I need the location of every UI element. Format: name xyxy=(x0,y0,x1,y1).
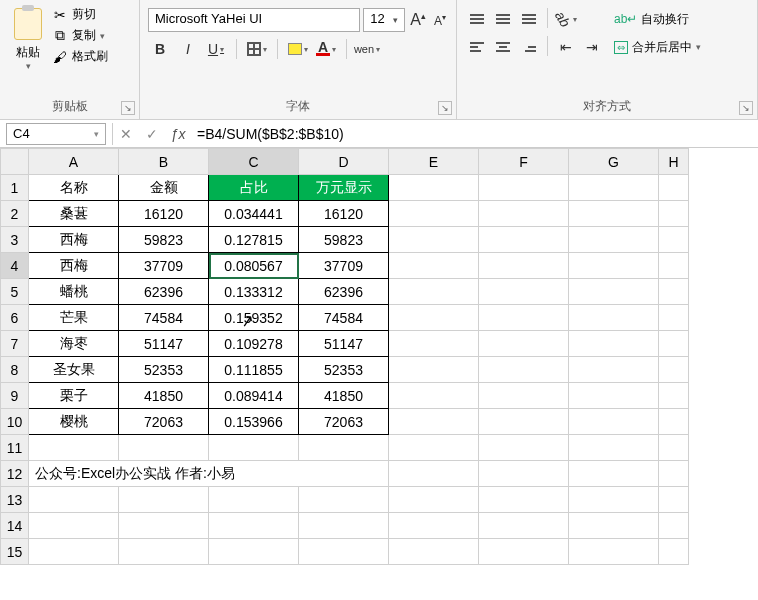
cell-C9[interactable]: 0.089414 xyxy=(209,383,299,409)
clipboard-launcher[interactable]: ↘ xyxy=(121,101,135,115)
cell-C14[interactable] xyxy=(209,513,299,539)
align-middle-button[interactable] xyxy=(491,8,515,30)
cell-G7[interactable] xyxy=(569,331,659,357)
cell-F6[interactable] xyxy=(479,305,569,331)
border-button[interactable] xyxy=(245,38,269,60)
font-color-button[interactable]: A xyxy=(314,38,338,60)
cell-A1[interactable]: 名称 xyxy=(29,175,119,201)
cell-B9[interactable]: 41850 xyxy=(119,383,209,409)
confirm-formula-button[interactable]: ✓ xyxy=(139,126,165,142)
cell-B11[interactable] xyxy=(119,435,209,461)
cell-E14[interactable] xyxy=(389,513,479,539)
cell-F13[interactable] xyxy=(479,487,569,513)
cell-C5[interactable]: 0.133312 xyxy=(209,279,299,305)
cell-A14[interactable] xyxy=(29,513,119,539)
row-header-15[interactable]: 15 xyxy=(1,539,29,565)
cell-E3[interactable] xyxy=(389,227,479,253)
cell-E8[interactable] xyxy=(389,357,479,383)
cell-C3[interactable]: 0.127815 xyxy=(209,227,299,253)
column-header-D[interactable]: D xyxy=(299,149,389,175)
cell-B1[interactable]: 金额 xyxy=(119,175,209,201)
orientation-button[interactable]: ab xyxy=(554,8,578,30)
underline-button[interactable]: U xyxy=(204,38,228,60)
cell-F12[interactable] xyxy=(479,461,569,487)
cell-D6[interactable]: 74584 xyxy=(299,305,389,331)
row-header-4[interactable]: 4 xyxy=(1,253,29,279)
cell-D14[interactable] xyxy=(299,513,389,539)
cell-E11[interactable] xyxy=(389,435,479,461)
cell-B8[interactable]: 52353 xyxy=(119,357,209,383)
cell-E5[interactable] xyxy=(389,279,479,305)
row-header-3[interactable]: 3 xyxy=(1,227,29,253)
cell-H8[interactable] xyxy=(659,357,689,383)
cell-D1[interactable]: 万元显示 xyxy=(299,175,389,201)
cell-H10[interactable] xyxy=(659,409,689,435)
cell-C11[interactable] xyxy=(209,435,299,461)
column-header-H[interactable]: H xyxy=(659,149,689,175)
cell-D4[interactable]: 37709 xyxy=(299,253,389,279)
cell-F5[interactable] xyxy=(479,279,569,305)
align-bottom-button[interactable] xyxy=(517,8,541,30)
cell-G5[interactable] xyxy=(569,279,659,305)
format-painter-button[interactable]: 🖌 格式刷 xyxy=(52,48,108,65)
row-header-12[interactable]: 12 xyxy=(1,461,29,487)
align-right-button[interactable] xyxy=(517,36,541,58)
cell-A11[interactable] xyxy=(29,435,119,461)
cell-A13[interactable] xyxy=(29,487,119,513)
cell-D2[interactable]: 16120 xyxy=(299,201,389,227)
cell-G12[interactable] xyxy=(569,461,659,487)
cell-H13[interactable] xyxy=(659,487,689,513)
cell-G10[interactable] xyxy=(569,409,659,435)
cell-G13[interactable] xyxy=(569,487,659,513)
cell-C4[interactable]: 0.080567 xyxy=(209,253,299,279)
cell-B2[interactable]: 16120 xyxy=(119,201,209,227)
cell-E4[interactable] xyxy=(389,253,479,279)
select-all-corner[interactable] xyxy=(1,149,29,175)
cancel-formula-button[interactable]: ✕ xyxy=(113,126,139,142)
cell-F10[interactable] xyxy=(479,409,569,435)
cell-A7[interactable]: 海枣 xyxy=(29,331,119,357)
cell-G2[interactable] xyxy=(569,201,659,227)
row-header-7[interactable]: 7 xyxy=(1,331,29,357)
row-header-13[interactable]: 13 xyxy=(1,487,29,513)
cell-A4[interactable]: 西梅 xyxy=(29,253,119,279)
decrease-font-button[interactable]: A▾ xyxy=(432,13,448,28)
align-left-button[interactable] xyxy=(465,36,489,58)
cell-B7[interactable]: 51147 xyxy=(119,331,209,357)
cell-C13[interactable] xyxy=(209,487,299,513)
cell-C6[interactable]: 0.159352 xyxy=(209,305,299,331)
cell-G15[interactable] xyxy=(569,539,659,565)
row-header-11[interactable]: 11 xyxy=(1,435,29,461)
cell-H15[interactable] xyxy=(659,539,689,565)
cell-H3[interactable] xyxy=(659,227,689,253)
alignment-launcher[interactable]: ↘ xyxy=(739,101,753,115)
increase-indent-button[interactable]: ⇥ xyxy=(580,36,604,58)
cell-F14[interactable] xyxy=(479,513,569,539)
cell-A15[interactable] xyxy=(29,539,119,565)
cell-F7[interactable] xyxy=(479,331,569,357)
cell-E12[interactable] xyxy=(389,461,479,487)
cell-D7[interactable]: 51147 xyxy=(299,331,389,357)
cell-F1[interactable] xyxy=(479,175,569,201)
cell-A5[interactable]: 蟠桃 xyxy=(29,279,119,305)
cell-G6[interactable] xyxy=(569,305,659,331)
align-center-button[interactable] xyxy=(491,36,515,58)
row-header-2[interactable]: 2 xyxy=(1,201,29,227)
cell-D13[interactable] xyxy=(299,487,389,513)
column-header-B[interactable]: B xyxy=(119,149,209,175)
cell-A8[interactable]: 圣女果 xyxy=(29,357,119,383)
wrap-text-button[interactable]: ab↵ 自动换行 xyxy=(610,8,705,30)
cell-A9[interactable]: 栗子 xyxy=(29,383,119,409)
cell-B6[interactable]: 74584 xyxy=(119,305,209,331)
cell-F8[interactable] xyxy=(479,357,569,383)
cell-B14[interactable] xyxy=(119,513,209,539)
cell-H11[interactable] xyxy=(659,435,689,461)
cell-D9[interactable]: 41850 xyxy=(299,383,389,409)
italic-button[interactable]: I xyxy=(176,38,200,60)
cell-H4[interactable] xyxy=(659,253,689,279)
cell-G11[interactable] xyxy=(569,435,659,461)
cell-G9[interactable] xyxy=(569,383,659,409)
cell-H7[interactable] xyxy=(659,331,689,357)
cell-G8[interactable] xyxy=(569,357,659,383)
cell-A2[interactable]: 桑葚 xyxy=(29,201,119,227)
